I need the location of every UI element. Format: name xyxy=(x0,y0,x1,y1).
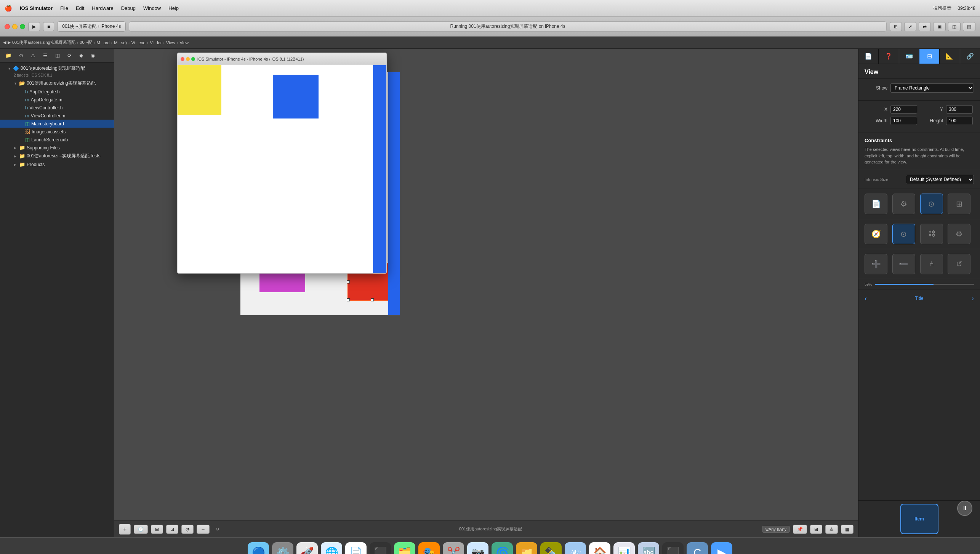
y-input[interactable] xyxy=(946,105,973,114)
tree-tests-group[interactable]: ▶ 📁 001使autoresizi···实现屏幕适配Tests xyxy=(0,152,114,160)
view-toggle-btn[interactable]: ⊞ xyxy=(890,22,902,31)
pause-button[interactable]: ⏸ xyxy=(957,501,972,516)
dock-filezilla[interactable]: 📁 xyxy=(516,542,537,554)
dock-app17[interactable]: ⬛ xyxy=(662,542,684,554)
dock-app12[interactable]: ✒️ xyxy=(540,542,562,554)
tree-group-main[interactable]: ▼ 📂 001使用autoresizing实现屏幕适配 xyxy=(0,79,114,88)
layout-btn-2[interactable]: ◫ xyxy=(948,22,961,31)
menu-window[interactable]: Window xyxy=(143,5,161,11)
height-input[interactable] xyxy=(946,117,973,125)
x-input[interactable] xyxy=(890,105,917,114)
tree-viewcontroller-m[interactable]: m ViewController.m xyxy=(0,112,114,120)
handle-ml[interactable] xyxy=(347,280,350,283)
identity-inspector-tab[interactable]: 🪪 xyxy=(899,49,919,64)
nav-folder-icon[interactable]: 📁 xyxy=(3,52,14,59)
menu-edit[interactable]: Edit xyxy=(76,5,84,11)
breadcrumb-item-1[interactable]: 001使用autoresizing实现屏幕适配 xyxy=(12,40,75,45)
breadcrumb-item-8[interactable]: View xyxy=(179,40,189,45)
dock-notes[interactable]: 📄 xyxy=(345,542,367,554)
icon-btn-fork[interactable]: ⑃ xyxy=(920,254,943,274)
run-button[interactable]: ▶ xyxy=(28,22,40,31)
icon-btn-file[interactable]: 📄 xyxy=(865,194,887,214)
inspector-back-btn[interactable]: ‹ xyxy=(862,293,870,304)
help-inspector-tab[interactable]: ❓ xyxy=(879,49,899,64)
dock-csdn[interactable]: C xyxy=(687,542,708,554)
dock-app13[interactable]: 🏔️ xyxy=(565,542,586,554)
stop-button[interactable]: ■ xyxy=(43,22,54,31)
attributes-inspector-tab[interactable]: ⊟ xyxy=(919,49,940,64)
scheme-btn[interactable]: ⤢ xyxy=(904,22,916,31)
dock-finder[interactable]: 🔵 xyxy=(248,542,269,554)
breadcrumb-item-6[interactable]: Vi···ler xyxy=(150,40,162,45)
minimize-button[interactable] xyxy=(12,24,18,29)
layout-btn-1[interactable]: ▣ xyxy=(933,22,946,31)
icon-btn-gear[interactable]: ⚙ xyxy=(948,224,970,244)
align-btn[interactable]: ⊞ xyxy=(810,525,822,534)
intrinsic-dropdown[interactable]: Default (System Defined) xyxy=(906,175,974,184)
icon-btn-grid[interactable]: ⊞ xyxy=(948,194,970,214)
dock-system-prefs[interactable]: ⚙️ xyxy=(272,542,293,554)
zoom-fit-btn[interactable]: ⊞ xyxy=(151,525,163,534)
size-class-btn[interactable]: wAny hAny xyxy=(762,526,790,533)
add-object-button[interactable]: + xyxy=(119,524,131,535)
tree-project-root[interactable]: ▼ 🔷 001使autoresizing实现屏幕适配 xyxy=(0,64,114,73)
dock-filebrowser[interactable]: 🗂️ xyxy=(394,542,415,554)
file-inspector-tab[interactable]: 📄 xyxy=(858,49,879,64)
tree-appdelegate-m[interactable]: m AppDelegate.m xyxy=(0,96,114,104)
dock-camera[interactable]: 📷 xyxy=(467,542,488,554)
apple-menu[interactable]: 🍎 xyxy=(5,5,12,12)
dock-app10[interactable]: 🌀 xyxy=(492,542,513,554)
recent-files-btn[interactable]: 🕐 xyxy=(134,525,148,534)
zoom-btn-2[interactable]: ⊡ xyxy=(166,525,178,534)
maximize-button[interactable] xyxy=(20,24,25,29)
tree-appdelegate-h[interactable]: h AppDelegate.h xyxy=(0,88,114,96)
breadcrumb-item-3[interactable]: M···ard xyxy=(96,40,109,45)
width-input[interactable] xyxy=(890,117,917,125)
dock-app14[interactable]: 🏠 xyxy=(589,542,610,554)
dock-app16[interactable]: 🔤 xyxy=(638,542,659,554)
sim-minimize[interactable] xyxy=(186,57,190,61)
menu-file[interactable]: File xyxy=(60,5,68,11)
tree-launchscreen[interactable]: ◫ LaunchScreen.xib xyxy=(0,136,114,144)
grid-btn[interactable]: ▦ xyxy=(841,525,853,534)
icon-btn-active[interactable]: ⊙ xyxy=(920,194,943,214)
tree-products[interactable]: ▶ 📁 Products xyxy=(0,160,114,168)
handle-bm[interactable] xyxy=(371,298,374,301)
scheme-selector[interactable]: 001使···屏幕适配 › iPhone 4s xyxy=(57,21,126,32)
dock-app15[interactable]: 📊 xyxy=(613,542,635,554)
icon-btn-minus[interactable]: ➖ xyxy=(892,254,915,274)
breadcrumb-item-7[interactable]: View xyxy=(166,40,175,45)
size-inspector-tab[interactable]: 📐 xyxy=(940,49,960,64)
icon-btn-plus[interactable]: ➕ xyxy=(865,254,887,274)
icon-btn-link[interactable]: ⛓ xyxy=(920,224,943,244)
icon-btn-circle[interactable]: ⊙ xyxy=(892,224,915,244)
nav-bookmark-icon[interactable]: ◫ xyxy=(53,52,62,59)
tree-main-storyboard[interactable]: ◫ Main.storyboard xyxy=(0,120,114,128)
breadcrumb-item-4[interactable]: M···se) xyxy=(114,40,127,45)
issue-btn[interactable]: ⚠ xyxy=(825,525,838,534)
tree-viewcontroller-h[interactable]: h ViewController.h xyxy=(0,104,114,112)
item-box[interactable]: Item xyxy=(900,504,938,534)
layout-btn-3[interactable]: ▤ xyxy=(963,22,975,31)
inspector-forward-btn[interactable]: › xyxy=(969,293,977,304)
pin-btn[interactable]: 📌 xyxy=(793,525,807,534)
nav-breakpoint-icon[interactable]: ◆ xyxy=(77,52,85,59)
dock-launchpad[interactable]: 🚀 xyxy=(296,542,318,554)
nav-report-icon[interactable]: ◉ xyxy=(88,52,97,59)
sim-zoom[interactable] xyxy=(191,57,195,61)
zoom-btn-4[interactable]: → xyxy=(197,525,210,534)
assistant-btn[interactable]: ⇌ xyxy=(919,22,931,31)
dock-snippets[interactable]: ✂️ xyxy=(443,542,464,554)
menu-help[interactable]: Help xyxy=(168,5,179,11)
dock-terminal[interactable]: ⬛ xyxy=(370,542,391,554)
sim-close[interactable] xyxy=(181,57,184,61)
icon-btn-compass[interactable]: 🧭 xyxy=(865,224,887,244)
nav-search-icon[interactable]: ⊙ xyxy=(17,52,26,59)
connections-inspector-tab[interactable]: 🔗 xyxy=(960,49,980,64)
icon-btn-rotate[interactable]: ↺ xyxy=(948,254,970,274)
dock-presentation[interactable]: 🎭 xyxy=(418,542,440,554)
dock-play[interactable]: ▶ xyxy=(711,542,732,554)
menu-debug[interactable]: Debug xyxy=(121,5,136,11)
zoom-btn-3[interactable]: ◔ xyxy=(181,525,194,534)
tree-supporting-files[interactable]: ▶ 📁 Supporting Files xyxy=(0,144,114,152)
